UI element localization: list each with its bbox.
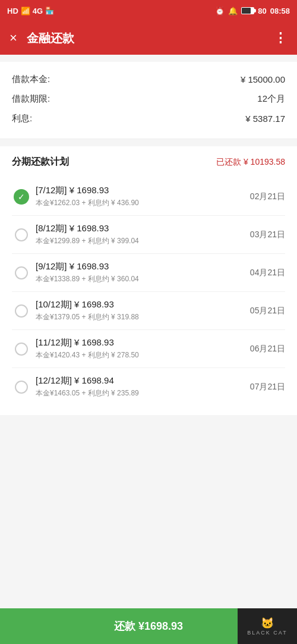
term-value: 12个月 bbox=[257, 93, 285, 105]
battery-label: 80 bbox=[258, 7, 266, 15]
section-title: 分期还款计划 bbox=[12, 156, 69, 168]
item-period: [9/12期] ¥ 1698.93 bbox=[36, 261, 245, 272]
item-detail: 本金¥1262.03 + 利息约 ¥ 436.90 bbox=[36, 198, 245, 208]
radio-area bbox=[12, 381, 31, 394]
store-icon: 🏪 bbox=[45, 7, 54, 15]
item-body: [7/12期] ¥ 1698.93 本金¥1262.03 + 利息约 ¥ 436… bbox=[36, 185, 245, 208]
principal-label: 借款本金: bbox=[12, 74, 50, 85]
carrier-label: HD bbox=[7, 7, 18, 15]
battery-icon bbox=[241, 7, 254, 14]
signal-icon: 📶 bbox=[21, 7, 30, 15]
term-row: 借款期限: 12个月 bbox=[12, 93, 285, 105]
4g-label: 4G bbox=[33, 7, 43, 15]
installment-item[interactable]: [11/12期] ¥ 1698.93 本金¥1420.43 + 利息约 ¥ 27… bbox=[12, 330, 285, 368]
item-date: 03月21日 bbox=[250, 230, 285, 240]
watermark-text: BLACK CAT bbox=[247, 630, 287, 636]
installment-item[interactable]: [9/12期] ¥ 1698.93 本金¥1338.89 + 利息约 ¥ 360… bbox=[12, 254, 285, 292]
installment-item[interactable]: [12/12期] ¥ 1698.94 本金¥1463.05 + 利息约 ¥ 23… bbox=[12, 368, 285, 406]
installment-item[interactable]: ✓ [7/12期] ¥ 1698.93 本金¥1262.03 + 利息约 ¥ 4… bbox=[12, 178, 285, 216]
radio-unchecked-icon bbox=[15, 381, 28, 394]
item-period: [10/12期] ¥ 1698.93 bbox=[36, 299, 245, 310]
item-period: [7/12期] ¥ 1698.93 bbox=[36, 185, 245, 196]
installment-item[interactable]: [10/12期] ¥ 1698.93 本金¥1379.05 + 利息约 ¥ 31… bbox=[12, 292, 285, 330]
item-date: 04月21日 bbox=[250, 268, 285, 278]
header: × 金融还款 ⋮ bbox=[0, 21, 297, 55]
radio-checked-icon: ✓ bbox=[14, 189, 29, 205]
cat-icon: 🐱 bbox=[261, 617, 274, 630]
more-menu-button[interactable]: ⋮ bbox=[274, 30, 287, 46]
radio-area bbox=[12, 343, 31, 356]
repay-button-label: 还款 ¥1698.93 bbox=[114, 619, 183, 633]
radio-area bbox=[12, 228, 31, 241]
alarm-icon: ⏰ bbox=[215, 7, 225, 15]
radio-area bbox=[12, 304, 31, 318]
principal-row: 借款本金: ¥ 15000.00 bbox=[12, 74, 285, 85]
installment-section: 分期还款计划 已还款 ¥ 10193.58 ✓ [7/12期] ¥ 1698.9… bbox=[0, 146, 297, 415]
item-detail: 本金¥1299.89 + 利息约 ¥ 399.04 bbox=[36, 236, 245, 246]
item-date: 06月21日 bbox=[250, 344, 285, 354]
interest-row: 利息: ¥ 5387.17 bbox=[12, 113, 285, 124]
principal-value: ¥ 15000.00 bbox=[241, 74, 285, 84]
item-period: [12/12期] ¥ 1698.94 bbox=[36, 375, 245, 387]
term-label: 借款期限: bbox=[12, 93, 50, 105]
loan-info-section: 借款本金: ¥ 15000.00 借款期限: 12个月 利息: ¥ 5387.1… bbox=[0, 62, 297, 139]
installment-list: ✓ [7/12期] ¥ 1698.93 本金¥1262.03 + 利息约 ¥ 4… bbox=[12, 178, 285, 406]
bell-icon: 🔔 bbox=[228, 7, 238, 15]
radio-area: ✓ bbox=[12, 189, 31, 205]
item-date: 05月21日 bbox=[250, 306, 285, 316]
interest-value: ¥ 5387.17 bbox=[245, 114, 285, 124]
radio-unchecked-icon bbox=[15, 343, 28, 356]
item-body: [12/12期] ¥ 1698.94 本金¥1463.05 + 利息约 ¥ 23… bbox=[36, 375, 245, 398]
section-header: 分期还款计划 已还款 ¥ 10193.58 bbox=[12, 156, 285, 168]
item-detail: 本金¥1463.05 + 利息约 ¥ 235.89 bbox=[36, 388, 245, 398]
item-detail: 本金¥1379.05 + 利息约 ¥ 319.88 bbox=[36, 312, 245, 322]
paid-amount: 已还款 ¥ 10193.58 bbox=[216, 157, 285, 168]
status-right: ⏰ 🔔 80 08:58 bbox=[215, 7, 290, 15]
status-bar: HD 📶 4G 🏪 ⏰ 🔔 80 08:58 bbox=[0, 0, 297, 21]
interest-label: 利息: bbox=[12, 113, 32, 124]
radio-unchecked-icon bbox=[15, 304, 28, 318]
radio-unchecked-icon bbox=[15, 266, 28, 279]
item-body: [8/12期] ¥ 1698.93 本金¥1299.89 + 利息约 ¥ 399… bbox=[36, 223, 245, 246]
item-detail: 本金¥1338.89 + 利息约 ¥ 360.04 bbox=[36, 274, 245, 284]
close-button[interactable]: × bbox=[10, 30, 17, 46]
item-period: [11/12期] ¥ 1698.93 bbox=[36, 337, 245, 348]
item-detail: 本金¥1420.43 + 利息约 ¥ 278.50 bbox=[36, 350, 245, 360]
radio-unchecked-icon bbox=[15, 228, 28, 241]
item-period: [8/12期] ¥ 1698.93 bbox=[36, 223, 245, 234]
installment-item[interactable]: [8/12期] ¥ 1698.93 本金¥1299.89 + 利息约 ¥ 399… bbox=[12, 216, 285, 254]
item-date: 07月21日 bbox=[250, 382, 285, 392]
radio-area bbox=[12, 266, 31, 279]
item-body: [11/12期] ¥ 1698.93 本金¥1420.43 + 利息约 ¥ 27… bbox=[36, 337, 245, 360]
time-label: 08:58 bbox=[270, 7, 290, 15]
item-body: [10/12期] ¥ 1698.93 本金¥1379.05 + 利息约 ¥ 31… bbox=[36, 299, 245, 322]
page-title: 金融还款 bbox=[27, 30, 274, 46]
watermark: 🐱 BLACK CAT bbox=[238, 608, 297, 644]
item-date: 02月21日 bbox=[250, 191, 285, 202]
status-left: HD 📶 4G 🏪 bbox=[7, 7, 54, 15]
item-body: [9/12期] ¥ 1698.93 本金¥1338.89 + 利息约 ¥ 360… bbox=[36, 261, 245, 284]
